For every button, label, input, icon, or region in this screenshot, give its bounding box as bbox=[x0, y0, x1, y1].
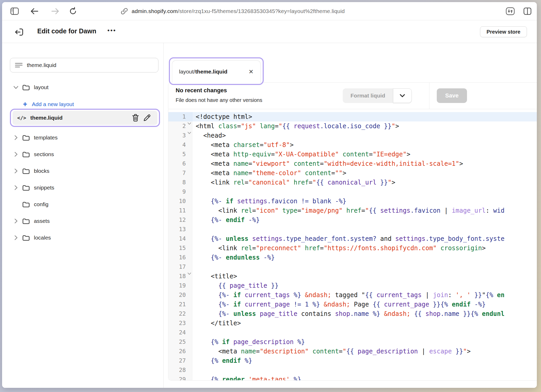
sidebar-item-snippets[interactable]: snippets bbox=[2, 181, 163, 194]
chevron-right-icon[interactable] bbox=[12, 218, 20, 224]
line-number: 4 bbox=[168, 140, 192, 150]
code-line-text: <link rel="preconnect" href="https://fon… bbox=[192, 243, 537, 253]
code-line: 20 {%- if current_tags %} &ndash; tagged… bbox=[168, 290, 537, 300]
browser-toolbar: admin.shopify.com/store/rzq1xu-f5/themes… bbox=[2, 2, 537, 20]
fold-toggle-icon bbox=[187, 272, 191, 275]
exit-editor-icon[interactable] bbox=[14, 27, 24, 37]
code-editor-pane: layout/theme.liquid ✕ No recent changes … bbox=[164, 43, 537, 388]
code-line-text: <meta http-equiv="X-UA-Compatible" conte… bbox=[192, 150, 537, 159]
format-liquid-dropdown[interactable] bbox=[393, 88, 412, 103]
folder-icon bbox=[22, 185, 30, 191]
tab-close-icon[interactable]: ✕ bbox=[249, 69, 254, 75]
sidebar-item-assets[interactable]: assets bbox=[2, 215, 163, 227]
chevron-right-icon[interactable] bbox=[12, 168, 20, 174]
code-line-text: {%- endunless -%} bbox=[192, 253, 537, 262]
save-button[interactable]: Save bbox=[437, 88, 467, 103]
chevron-down-icon bbox=[399, 94, 405, 97]
chevron-right-icon[interactable] bbox=[12, 135, 20, 140]
status-caption: File does not have any other versions bbox=[176, 97, 262, 103]
line-number: 22 bbox=[168, 309, 192, 318]
delete-icon bbox=[132, 114, 139, 122]
line-number: 21 bbox=[168, 300, 192, 309]
code-line: 7 <meta name="theme-color" content=""> bbox=[168, 168, 537, 178]
code-line-text: <link rel="icon" type="image/png" href="… bbox=[192, 206, 537, 215]
more-actions-button[interactable]: ••• bbox=[107, 27, 116, 34]
code-line-text: {%- if settings.favicon != blank -%} bbox=[192, 197, 537, 206]
add-new-layout-link[interactable]: +Add a new layout bbox=[2, 99, 163, 110]
plus-icon: + bbox=[23, 101, 27, 108]
fold-toggle[interactable] bbox=[187, 272, 191, 275]
sidebar-toggle-icon[interactable] bbox=[10, 7, 19, 16]
code-line: 21 {%- if current_page != 1 %} &ndash; P… bbox=[168, 300, 537, 309]
sidebar-item-blocks[interactable]: blocks bbox=[2, 165, 163, 177]
file-tree-sidebar: theme.liquid layout+Add a new layout</>t… bbox=[2, 43, 164, 388]
fold-toggle[interactable] bbox=[187, 122, 191, 125]
folder-icon bbox=[22, 235, 30, 241]
code-line: 17 bbox=[168, 262, 537, 272]
forward-icon[interactable] bbox=[51, 7, 60, 16]
folder-icon bbox=[22, 135, 30, 141]
line-number: 25 bbox=[168, 337, 192, 347]
chevron-down-icon[interactable] bbox=[12, 86, 20, 89]
code-line: 24 bbox=[168, 328, 537, 337]
code-line: 27 {% endif %} bbox=[168, 356, 537, 365]
code-line: 14 {%- unless settings.type_header_font.… bbox=[168, 234, 537, 243]
sidebar-item-theme-liquid[interactable]: </>theme.liquid bbox=[13, 111, 157, 125]
back-icon[interactable] bbox=[30, 7, 39, 16]
rename-file-button[interactable] bbox=[141, 113, 153, 123]
code-line-text: {% render 'meta-tags' %} bbox=[192, 375, 537, 380]
fold-toggle-icon bbox=[187, 132, 191, 134]
line-number: 1 bbox=[168, 112, 192, 121]
code-line: 23 </title> bbox=[168, 318, 537, 328]
line-number: 28 bbox=[168, 365, 192, 375]
code-line-text: {%- endif -%} bbox=[192, 215, 537, 225]
format-liquid-button[interactable]: Format liquid bbox=[343, 88, 393, 103]
code-line-text: </title> bbox=[192, 318, 537, 328]
editor-card: No recent changes File does not have any… bbox=[168, 82, 537, 381]
code-line: 13 bbox=[168, 225, 537, 234]
line-number: 3 bbox=[168, 131, 192, 140]
code-line: 6 <meta name="viewport" content="width=d… bbox=[168, 159, 537, 168]
code-line: 28 bbox=[168, 365, 537, 375]
code-line: 25 {% if page_description %} bbox=[168, 337, 537, 347]
code-line-text bbox=[192, 187, 537, 197]
code-line: 22 {%- unless page_title contains shop.n… bbox=[168, 309, 537, 318]
tab-theme-liquid[interactable]: layout/theme.liquid ✕ bbox=[172, 60, 261, 83]
sidebar-item-locales[interactable]: locales bbox=[2, 231, 163, 244]
split-view-icon[interactable] bbox=[523, 7, 532, 16]
code-line: 9 bbox=[168, 187, 537, 197]
line-number: 23 bbox=[168, 318, 192, 328]
code-editor-content[interactable]: 1<!doctype html>2<html class="js" lang="… bbox=[168, 109, 537, 380]
browser-settings-icon[interactable] bbox=[506, 7, 515, 16]
code-line: 26 <meta name="description" content="{{ … bbox=[168, 347, 537, 356]
sidebar-item-templates[interactable]: templates bbox=[2, 131, 163, 144]
file-search-input[interactable]: theme.liquid bbox=[10, 58, 158, 72]
file-search-value: theme.liquid bbox=[27, 62, 56, 68]
code-line-text bbox=[192, 365, 537, 375]
chevron-right-icon[interactable] bbox=[12, 152, 20, 157]
line-number: 17 bbox=[168, 262, 192, 272]
fold-toggle-icon bbox=[187, 122, 191, 125]
line-number: 18 bbox=[168, 272, 192, 281]
code-line: 29 {% render 'meta-tags' %} bbox=[168, 375, 537, 380]
line-number: 29 bbox=[168, 375, 192, 380]
line-number: 12 bbox=[168, 215, 192, 225]
address-bar[interactable]: admin.shopify.com/store/rzq1xu-f5/themes… bbox=[121, 2, 345, 20]
reload-icon[interactable] bbox=[68, 7, 78, 16]
chevron-right-icon[interactable] bbox=[12, 235, 20, 240]
line-number: 27 bbox=[168, 356, 192, 365]
chevron-right-icon[interactable] bbox=[12, 185, 20, 190]
line-number: 6 bbox=[168, 159, 192, 168]
preview-store-button[interactable]: Preview store bbox=[480, 26, 527, 37]
folder-icon bbox=[22, 84, 30, 90]
sidebar-item-sections[interactable]: sections bbox=[2, 148, 163, 161]
sidebar-item-layout[interactable]: layout bbox=[2, 81, 163, 94]
delete-file-button[interactable] bbox=[130, 113, 141, 123]
code-line-text: <title> bbox=[192, 272, 537, 281]
browser-window: admin.shopify.com/store/rzq1xu-f5/themes… bbox=[2, 2, 537, 388]
code-line: 15 <link rel="preconnect" href="https://… bbox=[168, 243, 537, 253]
code-file-icon: </> bbox=[17, 115, 26, 121]
fold-toggle[interactable] bbox=[187, 132, 191, 134]
sidebar-item-config[interactable]: config bbox=[2, 198, 163, 211]
line-number: 15 bbox=[168, 243, 192, 253]
